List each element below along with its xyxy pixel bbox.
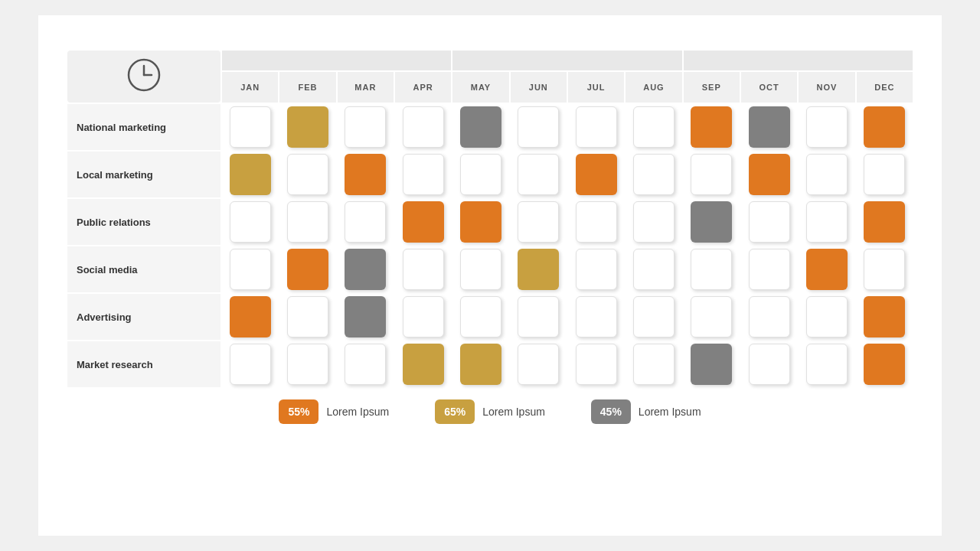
legend-label: Lorem Ipsum — [482, 406, 545, 418]
box-white — [403, 154, 444, 195]
cell — [568, 104, 624, 150]
box-white — [691, 249, 732, 290]
cell — [741, 199, 797, 245]
box-white — [287, 296, 328, 337]
box-orange — [345, 154, 386, 195]
box-white — [460, 154, 501, 195]
cell — [338, 199, 394, 245]
box-orange — [576, 154, 617, 195]
cell — [395, 199, 451, 245]
cell — [222, 341, 278, 387]
month-header-sep: SEP — [684, 72, 740, 103]
box-orange — [691, 106, 732, 148]
cell — [452, 341, 508, 387]
box-white — [749, 344, 790, 385]
box-white — [230, 249, 271, 290]
cell — [568, 152, 624, 197]
row-label-2: Public relations — [67, 199, 220, 245]
cell — [684, 246, 740, 292]
cell — [799, 294, 854, 340]
box-orange — [864, 344, 905, 385]
legend-badge: 65% — [435, 399, 475, 424]
legend: 55%Lorem Ipsum65%Lorem Ipsum45%Lorem Ips… — [66, 399, 914, 424]
table-row: Market research — [67, 341, 913, 387]
cell — [338, 341, 394, 387]
cell — [857, 294, 913, 340]
cell — [279, 341, 335, 387]
legend-badge: 55% — [279, 399, 318, 424]
quarter-3-header — [684, 51, 913, 70]
box-white — [633, 106, 675, 148]
box-white — [460, 249, 501, 290]
legend-badge: 45% — [591, 399, 631, 424]
box-white — [864, 249, 905, 290]
box-gray — [749, 106, 790, 148]
box-white — [345, 201, 386, 243]
row-label-5: Market research — [67, 341, 220, 387]
table-row: Advertising — [67, 294, 913, 340]
cell — [799, 104, 854, 150]
cell — [338, 104, 394, 150]
legend-label: Lorem Ipsum — [639, 406, 701, 418]
cell — [452, 199, 508, 245]
month-header-apr: APR — [395, 72, 451, 103]
cell — [626, 199, 681, 245]
box-white — [345, 106, 386, 148]
cell — [626, 246, 681, 292]
cell — [857, 104, 913, 150]
box-white — [230, 344, 271, 385]
calendar: JANFEBMARAPRMAYJUNJULAUGSEPOCTNOVDEC Nat… — [66, 49, 914, 389]
month-header-mar: MAR — [338, 72, 394, 103]
cell — [222, 199, 278, 245]
cell — [452, 104, 508, 150]
legend-label: Lorem Ipsum — [326, 406, 389, 418]
box-white — [749, 201, 790, 243]
month-header-may: MAY — [452, 72, 508, 103]
box-orange — [460, 201, 501, 243]
box-gray — [460, 106, 501, 148]
cell — [279, 104, 335, 150]
cell — [511, 199, 567, 245]
box-white — [691, 154, 732, 195]
month-header-jan: JAN — [222, 72, 278, 103]
cell — [395, 152, 451, 197]
cell — [511, 294, 567, 340]
box-white — [806, 154, 848, 195]
cell — [684, 152, 740, 197]
table-row: Social media — [67, 246, 913, 292]
box-white — [806, 296, 848, 337]
cell — [857, 341, 913, 387]
month-header-dec: DEC — [857, 72, 913, 103]
cell — [511, 246, 567, 292]
box-white — [230, 201, 271, 243]
cell — [338, 152, 394, 197]
cell — [626, 341, 681, 387]
box-gray — [345, 249, 386, 290]
box-gray — [691, 344, 732, 385]
cell — [799, 341, 854, 387]
box-orange — [864, 296, 905, 337]
cell — [452, 294, 508, 340]
cell — [684, 294, 740, 340]
box-white — [518, 106, 559, 148]
month-header-oct: OCT — [741, 72, 797, 103]
cell — [684, 341, 740, 387]
cell — [741, 104, 797, 150]
cell — [452, 246, 508, 292]
box-orange — [230, 296, 271, 337]
box-white — [749, 296, 790, 337]
box-gray — [691, 201, 732, 243]
box-white — [633, 154, 675, 195]
box-white — [576, 106, 617, 148]
table-row: Public relations — [67, 199, 913, 245]
box-gold — [230, 154, 271, 195]
box-white — [460, 296, 501, 337]
cell — [799, 199, 854, 245]
box-white — [230, 106, 271, 148]
box-white — [576, 344, 617, 385]
cell — [741, 152, 797, 197]
month-header-jul: JUL — [568, 72, 624, 103]
box-gold — [460, 344, 501, 385]
box-white — [287, 154, 328, 195]
cell — [741, 246, 797, 292]
